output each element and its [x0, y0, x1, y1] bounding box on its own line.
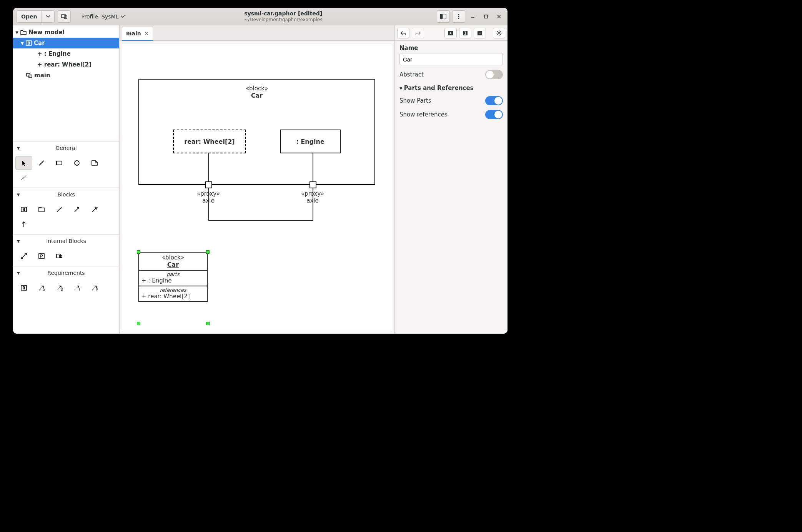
show-refs-switch[interactable]	[485, 110, 503, 119]
tree-root[interactable]: ▼ New model	[13, 27, 119, 38]
svg-rect-3	[441, 14, 443, 19]
stereotype-label: «block»	[139, 85, 374, 92]
undo-icon	[400, 30, 406, 36]
tool-generalization[interactable]	[86, 203, 103, 216]
undo-button[interactable]	[397, 28, 409, 38]
tool-line[interactable]	[33, 156, 50, 170]
tool-satisfy[interactable]: S	[33, 281, 50, 295]
open-recent-button[interactable]	[42, 10, 55, 23]
tool-ellipse[interactable]	[68, 156, 85, 170]
tool-block[interactable]: B	[15, 203, 32, 216]
tree-item-rear[interactable]: + rear: Wheel[2]	[13, 59, 119, 70]
svg-text:B: B	[27, 41, 30, 45]
preferences-button[interactable]	[493, 28, 505, 38]
toolbox-group-blocks[interactable]: ▼ Blocks	[13, 188, 119, 201]
panel-icon	[440, 14, 446, 19]
tool-requirement[interactable]: R	[15, 281, 32, 295]
tool-comment-line[interactable]	[15, 171, 32, 185]
proxy-port-right[interactable]	[309, 181, 316, 188]
tool-refine[interactable]: R	[86, 281, 103, 295]
svg-text:S: S	[43, 288, 45, 291]
window-maximize-button[interactable]	[481, 11, 491, 22]
property-icon: P	[38, 253, 45, 259]
up-arrow-icon	[20, 221, 27, 228]
tree-item-engine[interactable]: + : Engine	[13, 48, 119, 59]
minus-icon	[478, 31, 482, 35]
compartment-row: + rear: Wheel[2]	[141, 293, 205, 300]
svg-line-56	[497, 31, 498, 32]
compartment-header: references	[141, 287, 205, 293]
line-icon	[38, 160, 45, 166]
profile-selector[interactable]: Profile: SysML	[76, 10, 130, 23]
chevron-down-icon: ▼	[17, 271, 20, 275]
tool-package[interactable]	[33, 203, 50, 216]
window-minimize-button[interactable]	[468, 11, 478, 22]
stereotype-label: «block»	[141, 254, 205, 261]
abstract-switch[interactable]	[485, 70, 503, 79]
window-subtitle: ~/Development/gaphor/examples	[130, 17, 437, 22]
property-engine[interactable]: : Engine	[280, 130, 341, 153]
tool-association[interactable]	[68, 203, 85, 216]
window-close-button[interactable]	[494, 11, 504, 22]
new-diagram-button[interactable]	[58, 10, 71, 23]
tool-trace[interactable]: T	[68, 281, 85, 295]
hamburger-menu-button[interactable]	[452, 10, 465, 23]
zoom-out-button[interactable]	[474, 28, 486, 38]
package-icon	[38, 206, 45, 213]
zoom-in-button[interactable]	[444, 28, 457, 38]
tool-property[interactable]: P	[33, 249, 50, 263]
block-car[interactable]: «block» Car rear: Wheel[2] : Engine	[138, 79, 375, 185]
one-icon: 1	[463, 31, 468, 35]
zoom-100-button[interactable]: 1	[459, 28, 471, 38]
connector-icon	[20, 253, 27, 259]
block-name: Car	[139, 92, 374, 99]
diagram-canvas[interactable]: «block» Car rear: Wheel[2] : Engine	[122, 43, 392, 331]
tree-label: main	[34, 72, 50, 79]
toggle-sidebar-button[interactable]	[437, 10, 450, 23]
open-button[interactable]: Open	[16, 10, 42, 23]
tool-box[interactable]	[51, 156, 68, 170]
tab-main[interactable]: main ✕	[122, 26, 153, 41]
resize-handle[interactable]	[137, 322, 140, 325]
show-parts-switch[interactable]	[485, 96, 503, 105]
tool-composition[interactable]	[51, 203, 68, 216]
property-rear[interactable]: rear: Wheel[2]	[173, 130, 246, 153]
model-tree: ▼ New model ▼ B Car + : Engine	[13, 25, 119, 141]
redo-button[interactable]	[412, 28, 424, 38]
tool-dependency[interactable]	[15, 217, 32, 231]
svg-text:1: 1	[464, 31, 467, 35]
dash-s-icon: S	[38, 284, 45, 291]
minimize-icon	[471, 15, 475, 18]
note-icon	[91, 160, 98, 166]
tool-derive[interactable]: D	[51, 281, 68, 295]
proxy-port-left[interactable]	[205, 181, 212, 188]
toolbox-group-requirements[interactable]: ▼ Requirements	[13, 266, 119, 279]
composition-arrow-icon	[56, 206, 63, 213]
svg-text:P: P	[40, 254, 43, 258]
name-input[interactable]	[399, 53, 503, 65]
svg-line-36	[57, 286, 61, 290]
tool-pointer[interactable]	[15, 156, 32, 170]
show-parts-label: Show Parts	[399, 97, 431, 104]
compartment-row: + : Engine	[141, 277, 205, 284]
tool-connector[interactable]	[15, 249, 32, 263]
resize-handle[interactable]	[206, 322, 210, 325]
tree-label: + : Engine	[37, 50, 71, 57]
show-refs-label: Show references	[399, 111, 448, 118]
resize-handle[interactable]	[137, 250, 140, 254]
abstract-label: Abstract	[399, 71, 424, 78]
resize-handle[interactable]	[206, 250, 210, 254]
svg-point-5	[458, 16, 459, 17]
toolbox-group-internal[interactable]: ▼ Internal Blocks	[13, 234, 119, 248]
tool-proxy-port[interactable]	[51, 249, 68, 263]
block-car-small[interactable]: «block» Car parts + : Engine references …	[138, 252, 208, 302]
profile-label: Profile: SysML	[81, 13, 118, 20]
tree-item-car[interactable]: ▼ B Car	[13, 38, 119, 48]
tree-item-main[interactable]: main	[13, 70, 119, 81]
tab-close-button[interactable]: ✕	[144, 30, 149, 37]
plus-icon	[448, 31, 453, 35]
tool-comment[interactable]	[86, 156, 103, 170]
close-icon	[497, 15, 501, 18]
toolbox-group-general[interactable]: ▼ General	[13, 141, 119, 155]
section-parts-refs[interactable]: ▼ Parts and References	[399, 85, 503, 91]
